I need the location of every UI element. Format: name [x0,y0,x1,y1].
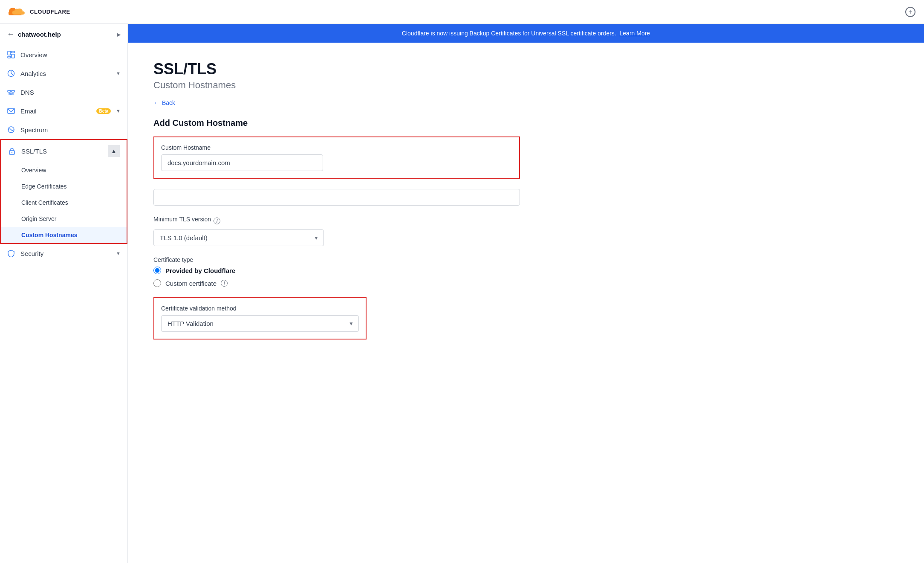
cert-type-section: Certificate type Provided by Cloudflare … [153,256,520,287]
sidebar-item-analytics[interactable]: Analytics ▼ [0,64,127,83]
custom-cert-info-icon[interactable]: i [221,280,228,287]
svg-rect-1 [12,51,14,53]
sidebar-item-label-security: Security [20,250,111,257]
site-chevron-icon: ▶ [117,32,121,38]
sidebar-item-ssl-tls[interactable]: SSL/TLS ▲ [1,140,127,162]
ssl-submenu-item-custom-hostnames[interactable]: Custom Hostnames [1,227,127,243]
spectrum-icon [7,125,15,134]
security-icon [7,249,15,258]
svg-rect-3 [8,56,11,58]
sidebar-item-overview[interactable]: Overview [0,45,127,64]
section-title: Add Custom Hostname [153,118,898,128]
sidebar-back-arrow[interactable]: ← [7,30,14,39]
svg-rect-2 [12,54,14,58]
email-icon [7,107,15,115]
cert-type-custom-option[interactable]: Custom certificate i [153,279,520,287]
ssl-tls-section: SSL/TLS ▲ Overview Edge Certificates Cli… [0,139,127,244]
min-tls-label: Minimum TLS version [153,216,211,223]
sidebar-item-dns[interactable]: DNS [0,83,127,102]
security-chevron-icon: ▼ [116,251,121,256]
sidebar-item-label-overview: Overview [20,51,121,58]
page-content: SSL/TLS Custom Hostnames ← Back Add Cust… [128,43,924,563]
full-width-input-area [153,189,520,206]
cert-type-cloudflare-option[interactable]: Provided by Cloudflare [153,267,520,274]
sidebar-item-label-spectrum: Spectrum [20,126,121,133]
custom-hostname-field-group: Custom Hostname [153,136,520,179]
back-arrow-icon: ← [153,99,159,106]
cert-type-custom-radio[interactable] [153,279,161,287]
cert-type-cloudflare-label: Provided by Cloudflare [165,267,235,274]
overview-icon [7,50,15,59]
plus-icon[interactable]: + [905,7,915,17]
back-link[interactable]: ← Back [153,99,898,106]
svg-rect-5 [8,90,11,92]
cert-type-radio-group: Provided by Cloudflare Custom certificat… [153,267,520,287]
sidebar-item-spectrum[interactable]: Spectrum [0,120,127,139]
cert-validation-label: Certificate validation method [161,305,359,312]
ssl-submenu: Overview Edge Certificates Client Certif… [1,162,127,243]
site-selector[interactable]: ← chatwoot.help ▶ [0,24,127,45]
svg-rect-9 [9,93,11,95]
banner-text: Cloudflare is now issuing Backup Certifi… [145,30,907,37]
page-subtitle: Custom Hostnames [153,80,898,91]
ssl-submenu-item-client-certificates[interactable]: Client Certificates [1,194,127,211]
ssl-scroll-up-button[interactable]: ▲ [108,145,120,157]
sidebar: ← chatwoot.help ▶ Overview Analytics ▼ D… [0,24,128,563]
beta-badge: Beta [96,108,111,114]
logo-area: CLOUDFLARE [9,6,70,18]
ssl-submenu-item-origin-server[interactable]: Origin Server [1,211,127,227]
site-name: chatwoot.help [18,31,113,38]
dns-icon [7,88,15,96]
svg-rect-11 [8,108,14,113]
ssl-icon [8,147,16,155]
sidebar-item-security[interactable]: Security ▼ [0,244,127,263]
analytics-icon [7,69,15,78]
sidebar-item-label-analytics: Analytics [20,70,111,77]
ssl-submenu-item-overview[interactable]: Overview [1,162,127,178]
analytics-chevron-icon: ▼ [116,71,121,76]
banner-learn-more-link[interactable]: Learn More [620,30,650,37]
cert-type-label: Certificate type [153,256,520,263]
min-tls-select-wrapper: TLS 1.0 (default) TLS 1.1 TLS 1.2 TLS 1.… [153,229,324,246]
add-custom-hostname-form: Custom Hostname Minimum TLS version i [153,136,520,340]
sidebar-item-email[interactable]: Email Beta ▼ [0,102,127,120]
email-chevron-icon: ▼ [116,108,121,113]
min-tls-info-icon[interactable]: i [214,218,220,224]
top-bar-right: + [905,7,915,17]
sidebar-item-label-ssl: SSL/TLS [21,148,103,155]
announcement-banner: Cloudflare is now issuing Backup Certifi… [128,24,924,43]
page-title: SSL/TLS [153,60,898,78]
svg-rect-10 [12,93,13,95]
custom-hostname-input[interactable] [161,154,323,171]
cert-type-custom-label: Custom certificate [165,280,217,287]
min-tls-label-row: Minimum TLS version i [153,216,520,226]
cert-validation-field-group: Certificate validation method HTTP Valid… [153,297,367,340]
additional-input[interactable] [153,189,520,206]
cert-type-cloudflare-radio[interactable] [153,267,161,274]
min-tls-select[interactable]: TLS 1.0 (default) TLS 1.1 TLS 1.2 TLS 1.… [153,229,324,246]
sidebar-item-label-email: Email [20,107,91,115]
cert-validation-select-wrapper: HTTP Validation TXT Validation Email Val… [161,315,359,332]
logo-text: CLOUDFLARE [30,9,70,15]
svg-rect-6 [12,90,14,92]
ssl-submenu-item-edge-certificates[interactable]: Edge Certificates [1,178,127,194]
min-tls-field-group: Minimum TLS version i TLS 1.0 (default) … [153,216,520,246]
svg-point-14 [12,152,12,153]
content-area: Cloudflare is now issuing Backup Certifi… [128,24,924,563]
cert-validation-select[interactable]: HTTP Validation TXT Validation Email Val… [161,315,359,332]
main-layout: ← chatwoot.help ▶ Overview Analytics ▼ D… [0,24,924,563]
custom-hostname-label: Custom Hostname [161,144,512,151]
sidebar-item-label-dns: DNS [20,89,121,96]
top-bar: CLOUDFLARE + [0,0,924,24]
svg-rect-0 [8,51,11,55]
cloudflare-logo-icon [9,6,27,18]
